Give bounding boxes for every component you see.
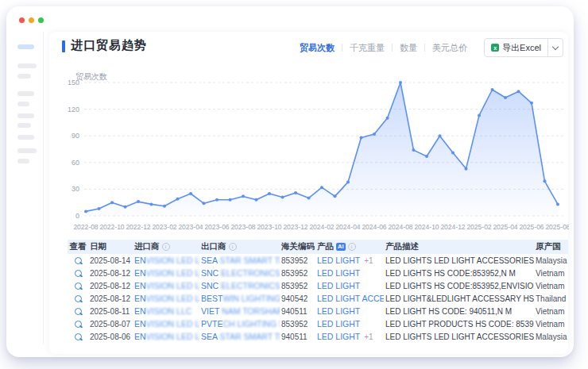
svg-text:2023-06: 2023-06 (204, 223, 229, 231)
header-label: 产品描述 (385, 241, 419, 252)
importer-link[interactable]: ENVISION LED LIGHTING L... (134, 294, 199, 303)
product-link[interactable]: LED LIGHT (317, 332, 360, 341)
product-cell: LED LIGHT+1 (315, 332, 384, 341)
importer-redacted-text: VISION LED LIGHTI (146, 256, 199, 265)
importer-redacted-text: VISION LED LIGHTI (146, 319, 199, 329)
info-icon[interactable] (162, 243, 170, 251)
importer-cell: ENVISION LED LIGHTING L... (133, 268, 199, 278)
header-cell-2: 日期 (88, 241, 133, 252)
date-cell: 2025-08-07 (88, 320, 133, 329)
exporter-redacted-text: STAR SMART TE (219, 332, 280, 341)
header-cell-7: 产品描述 (384, 241, 534, 252)
chart-series (84, 81, 559, 216)
app-window: 进口贸易趋势 贸易次数千克重量数量美元总价 x 导出Excel 贸易次数 (6, 6, 574, 357)
trade-trend-area-chart[interactable]: 03060901201502022-082022-102022-122023-0… (56, 78, 569, 236)
table-row: 2025-08-06ENVISION LED LIGHTING L...SEA … (68, 330, 568, 343)
metric-tab-3[interactable]: 数量 (393, 42, 424, 54)
header-cell-6: 产品AI (315, 241, 384, 252)
metric-toolbar: 贸易次数千克重量数量美元总价 x 导出Excel (292, 38, 563, 57)
header-cell-3: 进口商 (133, 241, 199, 252)
importer-link[interactable]: ENVISION LED LIGHTING L... (134, 256, 199, 265)
sidebar-nav-item[interactable] (17, 63, 37, 68)
product-cell: LED LIGHT+1 (315, 256, 384, 265)
sidebar-nav-item[interactable] (17, 159, 29, 163)
header-label-wrap: 日期 (90, 241, 106, 252)
hs-code-cell: 940542 (280, 294, 315, 303)
exporter-link[interactable]: SNC ELECTRONICS VIET... (201, 268, 280, 278)
product-link[interactable]: LED LIGHT (317, 319, 360, 329)
table-row: 2025-08-14ENVISION LED LIGHTING L...SEA … (68, 254, 568, 267)
product-cell: LED LIGHT (315, 281, 384, 290)
header-label: 进口商 (134, 241, 160, 252)
export-excel-button[interactable]: x 导出Excel (485, 39, 547, 56)
sidebar-nav-item[interactable] (17, 123, 31, 128)
description-cell: LED LIGHT&LEDLIGHT ACCESSARY HS CODE: 94… (384, 294, 534, 303)
view-search-icon[interactable] (75, 257, 82, 264)
svg-text:2024-02: 2024-02 (309, 223, 334, 231)
page: { "window": { "controls": ["close", "min… (0, 0, 588, 369)
exporter-link[interactable]: VIET NAM TORSHARE (201, 306, 280, 316)
product-link[interactable]: LED LIGHT (317, 256, 360, 265)
view-search-icon[interactable] (75, 308, 82, 315)
importer-link[interactable]: ENVISION LED LIGHTING L... (134, 332, 199, 341)
svg-text:2025-08: 2025-08 (545, 223, 569, 231)
date-cell: 2025-08-11 (88, 307, 133, 316)
info-icon[interactable] (229, 243, 237, 251)
sidebar-nav-item[interactable] (17, 91, 34, 96)
importer-link[interactable]: ENVISION LED LIGHTING L... (134, 319, 199, 329)
product-link[interactable]: LED LIGHT ACCESSORY (317, 294, 384, 303)
close-window-icon[interactable] (19, 17, 25, 23)
importer-redacted-text: VISION LED LIGHTI (146, 268, 199, 278)
importer-link[interactable]: ENVISION LED LIGHTING L... (134, 281, 199, 290)
exporter-cell: SNC ELECTRONICS VIET... (199, 281, 280, 290)
description-cell: LED LIGHTS HS CODE:853952,ENVISIONLED (384, 282, 534, 290)
sidebar-nav-item[interactable] (17, 135, 34, 140)
metric-tab-1[interactable]: 贸易次数 (292, 42, 342, 54)
importer-redacted-text: VISION LLC (146, 306, 192, 316)
header-label: 出口商 (201, 241, 226, 252)
importer-link[interactable]: ENVISION LLC (134, 306, 191, 316)
product-link[interactable]: LED LIGHT (317, 306, 360, 316)
view-search-icon[interactable] (75, 295, 82, 302)
view-search-icon[interactable] (75, 283, 82, 290)
metric-tab-4[interactable]: 美元总价 (425, 42, 474, 54)
importer-visible-prefix: EN (134, 268, 146, 278)
svg-text:2022-08: 2022-08 (73, 223, 98, 231)
sidebar-nav-item[interactable] (17, 113, 34, 118)
export-dropdown-button[interactable] (547, 39, 563, 56)
metric-tab-2[interactable]: 千克重量 (342, 42, 392, 54)
hs-code-cell: 853952 (280, 320, 315, 329)
sidebar-nav-item[interactable] (17, 74, 31, 79)
header-label-wrap: 原产国 (536, 241, 561, 252)
exporter-link[interactable]: SNC ELECTRONICS VIET... (201, 281, 280, 290)
sidebar-nav-item[interactable] (17, 102, 29, 106)
view-search-icon[interactable] (75, 333, 82, 340)
table-row: 2025-08-07ENVISION LED LIGHTING L...PVTE… (68, 317, 568, 330)
product-link[interactable]: LED LIGHT (317, 268, 360, 278)
exporter-link[interactable]: SEA STAR SMART TECH ... (201, 256, 280, 265)
origin-country-cell: Vietnam (534, 307, 568, 316)
info-icon[interactable] (348, 243, 356, 251)
exporter-link[interactable]: SEA STAR SMART TECH ... (201, 332, 280, 341)
importer-redacted-text: VISION LED LIGHTI (146, 281, 199, 290)
maximize-window-icon[interactable] (38, 17, 44, 23)
importer-visible-prefix: EN (134, 319, 146, 329)
hs-code-cell: 853952 (280, 269, 315, 278)
exporter-link[interactable]: PVTECH LIGHTING SW VI... (201, 319, 280, 329)
exporter-link[interactable]: BESTWIN LIGHTING THA... (201, 294, 280, 303)
exporter-visible-prefix: VIET (201, 306, 219, 316)
product-link[interactable]: LED LIGHT (317, 281, 360, 290)
svg-text:2025-06: 2025-06 (519, 223, 544, 231)
view-search-icon[interactable] (75, 321, 82, 328)
view-search-icon[interactable] (75, 270, 82, 277)
importer-redacted-text: VISION LED LIGHTI (146, 294, 199, 303)
exporter-cell: BESTWIN LIGHTING THA... (199, 294, 280, 303)
svg-text:2025-04: 2025-04 (493, 223, 517, 231)
sidebar-nav-item[interactable] (17, 148, 37, 153)
svg-text:2024-12: 2024-12 (440, 223, 465, 231)
svg-text:2024-06: 2024-06 (362, 223, 386, 231)
importer-link[interactable]: ENVISION LED LIGHTING L... (134, 268, 199, 278)
sidebar-nav-item-active[interactable] (17, 44, 34, 49)
minimize-window-icon[interactable] (29, 17, 34, 23)
table-row: 2025-08-11ENVISION LLCVIET NAM TORSHARE9… (68, 305, 568, 317)
